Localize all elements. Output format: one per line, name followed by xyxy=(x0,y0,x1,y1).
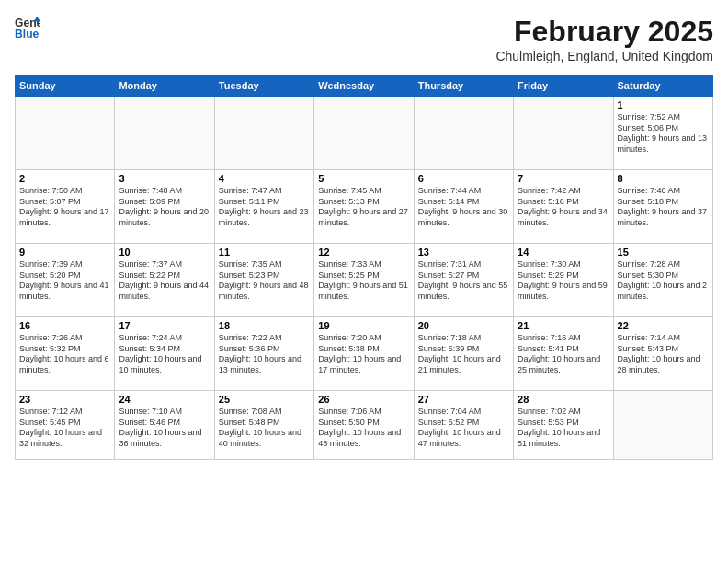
day-detail: Sunrise: 7:08 AM Sunset: 5:48 PM Dayligh… xyxy=(219,407,310,450)
day-detail: Sunrise: 7:24 AM Sunset: 5:34 PM Dayligh… xyxy=(119,333,210,376)
col-tuesday: Tuesday xyxy=(214,75,313,97)
col-friday: Friday xyxy=(514,75,613,97)
svg-text:Blue: Blue xyxy=(15,28,40,40)
day-detail: Sunrise: 7:44 AM Sunset: 5:14 PM Dayligh… xyxy=(418,186,509,229)
day-number: 28 xyxy=(518,394,609,405)
day-detail: Sunrise: 7:28 AM Sunset: 5:30 PM Dayligh… xyxy=(618,259,709,303)
day-cell: 25Sunrise: 7:08 AM Sunset: 5:48 PM Dayli… xyxy=(214,391,313,460)
col-wednesday: Wednesday xyxy=(314,75,414,97)
day-cell: 2Sunrise: 7:50 AM Sunset: 5:07 PM Daylig… xyxy=(16,170,115,244)
day-cell: 6Sunrise: 7:44 AM Sunset: 5:14 PM Daylig… xyxy=(414,170,513,244)
day-cell: 28Sunrise: 7:02 AM Sunset: 5:53 PM Dayli… xyxy=(514,391,613,460)
day-number: 16 xyxy=(19,320,110,331)
day-detail: Sunrise: 7:42 AM Sunset: 5:16 PM Dayligh… xyxy=(518,186,609,229)
day-number: 20 xyxy=(418,320,509,331)
day-cell: 17Sunrise: 7:24 AM Sunset: 5:34 PM Dayli… xyxy=(115,317,214,391)
day-number: 26 xyxy=(318,394,409,405)
week-row-1: 2Sunrise: 7:50 AM Sunset: 5:07 PM Daylig… xyxy=(16,170,713,244)
day-number: 19 xyxy=(318,320,409,331)
day-cell: 18Sunrise: 7:22 AM Sunset: 5:36 PM Dayli… xyxy=(214,317,313,391)
day-number: 22 xyxy=(618,320,709,331)
day-detail: Sunrise: 7:45 AM Sunset: 5:13 PM Dayligh… xyxy=(318,186,409,229)
logo-icon: General Blue xyxy=(15,15,40,40)
day-detail: Sunrise: 7:40 AM Sunset: 5:18 PM Dayligh… xyxy=(618,186,709,229)
day-cell: 7Sunrise: 7:42 AM Sunset: 5:16 PM Daylig… xyxy=(514,170,613,244)
day-number: 25 xyxy=(219,394,310,405)
day-cell: 22Sunrise: 7:14 AM Sunset: 5:43 PM Dayli… xyxy=(613,317,712,391)
day-cell: 15Sunrise: 7:28 AM Sunset: 5:30 PM Dayli… xyxy=(613,244,712,317)
day-number: 6 xyxy=(418,173,509,184)
day-cell xyxy=(314,97,414,170)
day-cell: 9Sunrise: 7:39 AM Sunset: 5:20 PM Daylig… xyxy=(16,244,115,317)
col-saturday: Saturday xyxy=(613,75,712,97)
day-cell xyxy=(613,391,712,460)
day-detail: Sunrise: 7:22 AM Sunset: 5:36 PM Dayligh… xyxy=(219,333,310,376)
day-number: 5 xyxy=(318,173,409,184)
day-number: 2 xyxy=(19,173,110,184)
day-number: 10 xyxy=(119,247,210,258)
logo: General Blue xyxy=(15,15,40,40)
day-detail: Sunrise: 7:35 AM Sunset: 5:23 PM Dayligh… xyxy=(219,259,310,303)
day-number: 12 xyxy=(318,247,409,258)
day-detail: Sunrise: 7:02 AM Sunset: 5:53 PM Dayligh… xyxy=(518,407,609,450)
page: General Blue February 2025 Chulmleigh, E… xyxy=(0,0,728,563)
day-cell: 26Sunrise: 7:06 AM Sunset: 5:50 PM Dayli… xyxy=(314,391,414,460)
col-thursday: Thursday xyxy=(414,75,513,97)
day-detail: Sunrise: 7:10 AM Sunset: 5:46 PM Dayligh… xyxy=(119,407,210,450)
day-cell: 11Sunrise: 7:35 AM Sunset: 5:23 PM Dayli… xyxy=(214,244,313,317)
day-detail: Sunrise: 7:06 AM Sunset: 5:50 PM Dayligh… xyxy=(318,407,409,450)
day-detail: Sunrise: 7:18 AM Sunset: 5:39 PM Dayligh… xyxy=(418,333,509,376)
day-cell: 24Sunrise: 7:10 AM Sunset: 5:46 PM Dayli… xyxy=(115,391,214,460)
day-number: 24 xyxy=(119,394,210,405)
day-cell: 12Sunrise: 7:33 AM Sunset: 5:25 PM Dayli… xyxy=(314,244,414,317)
title-block: February 2025 Chulmleigh, England, Unite… xyxy=(495,15,713,63)
header: General Blue February 2025 Chulmleigh, E… xyxy=(15,15,713,63)
week-row-2: 9Sunrise: 7:39 AM Sunset: 5:20 PM Daylig… xyxy=(16,244,713,317)
day-number: 11 xyxy=(219,247,310,258)
day-number: 9 xyxy=(19,247,110,258)
day-detail: Sunrise: 7:31 AM Sunset: 5:27 PM Dayligh… xyxy=(418,259,509,303)
calendar-header-row: Sunday Monday Tuesday Wednesday Thursday… xyxy=(16,75,713,97)
day-cell: 8Sunrise: 7:40 AM Sunset: 5:18 PM Daylig… xyxy=(613,170,712,244)
day-cell: 23Sunrise: 7:12 AM Sunset: 5:45 PM Dayli… xyxy=(16,391,115,460)
day-detail: Sunrise: 7:50 AM Sunset: 5:07 PM Dayligh… xyxy=(19,186,110,229)
day-number: 21 xyxy=(518,320,609,331)
week-row-4: 23Sunrise: 7:12 AM Sunset: 5:45 PM Dayli… xyxy=(16,391,713,460)
week-row-0: 1Sunrise: 7:52 AM Sunset: 5:06 PM Daylig… xyxy=(16,97,713,170)
day-number: 23 xyxy=(19,394,110,405)
day-detail: Sunrise: 7:26 AM Sunset: 5:32 PM Dayligh… xyxy=(19,333,110,376)
day-cell xyxy=(16,97,115,170)
col-monday: Monday xyxy=(115,75,214,97)
day-detail: Sunrise: 7:16 AM Sunset: 5:41 PM Dayligh… xyxy=(518,333,609,376)
day-detail: Sunrise: 7:14 AM Sunset: 5:43 PM Dayligh… xyxy=(618,333,709,376)
week-row-3: 16Sunrise: 7:26 AM Sunset: 5:32 PM Dayli… xyxy=(16,317,713,391)
day-number: 13 xyxy=(418,247,509,258)
calendar-table: Sunday Monday Tuesday Wednesday Thursday… xyxy=(15,75,713,460)
day-detail: Sunrise: 7:12 AM Sunset: 5:45 PM Dayligh… xyxy=(19,407,110,450)
day-number: 27 xyxy=(418,394,509,405)
day-number: 18 xyxy=(219,320,310,331)
day-detail: Sunrise: 7:30 AM Sunset: 5:29 PM Dayligh… xyxy=(518,259,609,303)
day-cell: 16Sunrise: 7:26 AM Sunset: 5:32 PM Dayli… xyxy=(16,317,115,391)
day-cell: 5Sunrise: 7:45 AM Sunset: 5:13 PM Daylig… xyxy=(314,170,414,244)
day-cell xyxy=(514,97,613,170)
day-cell: 13Sunrise: 7:31 AM Sunset: 5:27 PM Dayli… xyxy=(414,244,513,317)
location: Chulmleigh, England, United Kingdom xyxy=(495,49,713,63)
day-cell: 1Sunrise: 7:52 AM Sunset: 5:06 PM Daylig… xyxy=(613,97,712,170)
day-detail: Sunrise: 7:48 AM Sunset: 5:09 PM Dayligh… xyxy=(119,186,210,229)
day-cell: 10Sunrise: 7:37 AM Sunset: 5:22 PM Dayli… xyxy=(115,244,214,317)
day-number: 1 xyxy=(618,99,709,110)
day-cell: 20Sunrise: 7:18 AM Sunset: 5:39 PM Dayli… xyxy=(414,317,513,391)
day-detail: Sunrise: 7:37 AM Sunset: 5:22 PM Dayligh… xyxy=(119,259,210,303)
day-number: 7 xyxy=(518,173,609,184)
day-number: 8 xyxy=(618,173,709,184)
day-number: 14 xyxy=(518,247,609,258)
day-number: 4 xyxy=(219,173,310,184)
day-detail: Sunrise: 7:47 AM Sunset: 5:11 PM Dayligh… xyxy=(219,186,310,229)
day-cell: 19Sunrise: 7:20 AM Sunset: 5:38 PM Dayli… xyxy=(314,317,414,391)
month-title: February 2025 xyxy=(495,15,713,49)
day-cell xyxy=(115,97,214,170)
day-detail: Sunrise: 7:33 AM Sunset: 5:25 PM Dayligh… xyxy=(318,259,409,303)
col-sunday: Sunday xyxy=(16,75,115,97)
day-detail: Sunrise: 7:20 AM Sunset: 5:38 PM Dayligh… xyxy=(318,333,409,376)
